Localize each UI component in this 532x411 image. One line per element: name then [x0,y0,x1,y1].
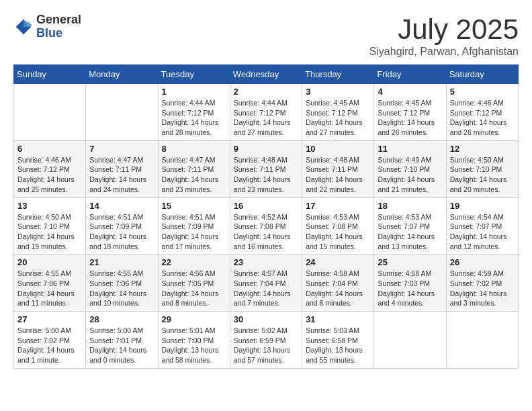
day-info: Sunrise: 5:01 AM Sunset: 7:00 PM Dayligh… [162,326,226,365]
day-number: 10 [306,144,370,154]
week-row-2: 6Sunrise: 4:46 AM Sunset: 7:12 PM Daylig… [14,140,519,197]
calendar-cell [86,84,158,141]
calendar-cell: 28Sunrise: 5:00 AM Sunset: 7:01 PM Dayli… [86,312,158,369]
day-number: 3 [306,87,370,97]
calendar-cell: 29Sunrise: 5:01 AM Sunset: 7:00 PM Dayli… [158,312,230,369]
calendar-cell: 23Sunrise: 4:57 AM Sunset: 7:04 PM Dayli… [230,255,302,312]
weekday-header-saturday: Saturday [446,65,518,84]
location-title: Siyahgird, Parwan, Afghanistan [369,46,519,58]
day-number: 23 [234,257,298,267]
day-info: Sunrise: 4:49 AM Sunset: 7:10 PM Dayligh… [378,155,442,195]
calendar-cell: 31Sunrise: 5:03 AM Sunset: 6:58 PM Dayli… [302,312,374,369]
calendar-cell [446,312,518,369]
day-info: Sunrise: 4:58 AM Sunset: 7:04 PM Dayligh… [306,269,370,308]
day-number: 15 [162,201,226,211]
day-number: 13 [17,201,82,211]
day-number: 27 [17,314,82,324]
day-number: 31 [306,314,370,324]
day-number: 22 [162,257,226,267]
day-info: Sunrise: 4:47 AM Sunset: 7:11 PM Dayligh… [162,155,226,195]
day-number: 25 [378,257,442,267]
week-row-3: 13Sunrise: 4:50 AM Sunset: 7:10 PM Dayli… [14,197,519,255]
day-info: Sunrise: 5:00 AM Sunset: 7:01 PM Dayligh… [89,326,154,365]
day-info: Sunrise: 5:02 AM Sunset: 6:59 PM Dayligh… [234,326,298,365]
calendar-cell: 30Sunrise: 5:02 AM Sunset: 6:59 PM Dayli… [230,312,302,369]
day-info: Sunrise: 4:55 AM Sunset: 7:06 PM Dayligh… [17,269,82,308]
day-info: Sunrise: 4:51 AM Sunset: 7:09 PM Dayligh… [162,212,226,252]
calendar-cell: 18Sunrise: 4:53 AM Sunset: 7:07 PM Dayli… [374,197,446,255]
day-info: Sunrise: 4:45 AM Sunset: 7:12 PM Dayligh… [378,98,442,138]
calendar-cell: 19Sunrise: 4:54 AM Sunset: 7:07 PM Dayli… [446,197,518,255]
day-info: Sunrise: 4:46 AM Sunset: 7:12 PM Dayligh… [17,155,82,195]
day-number: 9 [234,144,298,154]
day-number: 18 [378,201,442,211]
month-title: July 2025 [369,13,519,46]
weekday-header-tuesday: Tuesday [158,65,230,84]
calendar-cell: 7Sunrise: 4:47 AM Sunset: 7:11 PM Daylig… [86,140,158,197]
day-info: Sunrise: 4:51 AM Sunset: 7:09 PM Dayligh… [89,212,154,252]
day-info: Sunrise: 5:03 AM Sunset: 6:58 PM Dayligh… [306,326,370,365]
day-number: 16 [234,201,298,211]
day-info: Sunrise: 4:59 AM Sunset: 7:02 PM Dayligh… [450,269,515,308]
calendar-cell: 20Sunrise: 4:55 AM Sunset: 7:06 PM Dayli… [14,255,86,312]
calendar-cell: 22Sunrise: 4:56 AM Sunset: 7:05 PM Dayli… [158,255,230,312]
day-info: Sunrise: 4:54 AM Sunset: 7:07 PM Dayligh… [450,212,515,252]
calendar-cell: 17Sunrise: 4:53 AM Sunset: 7:08 PM Dayli… [302,197,374,255]
calendar-cell: 10Sunrise: 4:48 AM Sunset: 7:11 PM Dayli… [302,140,374,197]
day-info: Sunrise: 4:53 AM Sunset: 7:07 PM Dayligh… [378,212,442,252]
day-number: 4 [378,87,442,97]
day-number: 14 [89,201,154,211]
week-row-4: 20Sunrise: 4:55 AM Sunset: 7:06 PM Dayli… [14,255,519,312]
calendar-cell: 13Sunrise: 4:50 AM Sunset: 7:10 PM Dayli… [14,197,86,255]
calendar-cell: 9Sunrise: 4:48 AM Sunset: 7:11 PM Daylig… [230,140,302,197]
calendar-cell: 26Sunrise: 4:59 AM Sunset: 7:02 PM Dayli… [446,255,518,312]
day-info: Sunrise: 5:00 AM Sunset: 7:02 PM Dayligh… [17,326,82,365]
day-info: Sunrise: 4:57 AM Sunset: 7:04 PM Dayligh… [234,269,298,308]
calendar-cell: 25Sunrise: 4:58 AM Sunset: 7:03 PM Dayli… [374,255,446,312]
calendar-cell [14,84,86,141]
day-number: 19 [450,201,515,211]
day-number: 1 [162,87,226,97]
calendar-cell: 16Sunrise: 4:52 AM Sunset: 7:08 PM Dayli… [230,197,302,255]
day-number: 6 [17,144,82,154]
calendar-cell: 6Sunrise: 4:46 AM Sunset: 7:12 PM Daylig… [14,140,86,197]
logo-general-text: General [36,13,81,27]
day-info: Sunrise: 4:50 AM Sunset: 7:10 PM Dayligh… [17,212,82,252]
week-row-5: 27Sunrise: 5:00 AM Sunset: 7:02 PM Dayli… [14,312,519,369]
calendar-cell: 4Sunrise: 4:45 AM Sunset: 7:12 PM Daylig… [374,84,446,141]
day-info: Sunrise: 4:45 AM Sunset: 7:12 PM Dayligh… [306,98,370,138]
day-info: Sunrise: 4:52 AM Sunset: 7:08 PM Dayligh… [234,212,298,252]
calendar-cell: 15Sunrise: 4:51 AM Sunset: 7:09 PM Dayli… [158,197,230,255]
weekday-header-row: SundayMondayTuesdayWednesdayThursdayFrid… [14,65,519,84]
calendar-table: SundayMondayTuesdayWednesdayThursdayFrid… [13,64,519,369]
calendar-cell: 24Sunrise: 4:58 AM Sunset: 7:04 PM Dayli… [302,255,374,312]
weekday-header-thursday: Thursday [302,65,374,84]
calendar-cell: 5Sunrise: 4:46 AM Sunset: 7:12 PM Daylig… [446,84,518,141]
day-number: 26 [450,257,515,267]
page-header: General Blue July 2025 Siyahgird, Parwan… [13,13,519,58]
day-number: 11 [378,144,442,154]
calendar-cell: 3Sunrise: 4:45 AM Sunset: 7:12 PM Daylig… [302,84,374,141]
day-number: 21 [89,257,154,267]
logo-icon [13,17,34,37]
day-number: 12 [450,144,515,154]
svg-marker-2 [28,21,33,26]
day-info: Sunrise: 4:56 AM Sunset: 7:05 PM Dayligh… [162,269,226,308]
logo: General Blue [13,13,81,40]
weekday-header-friday: Friday [374,65,446,84]
day-number: 5 [450,87,515,97]
title-block: July 2025 Siyahgird, Parwan, Afghanistan [369,13,519,58]
day-number: 29 [162,314,226,324]
day-info: Sunrise: 4:48 AM Sunset: 7:11 PM Dayligh… [306,155,370,195]
calendar-cell: 12Sunrise: 4:50 AM Sunset: 7:10 PM Dayli… [446,140,518,197]
day-info: Sunrise: 4:44 AM Sunset: 7:12 PM Dayligh… [162,98,226,138]
weekday-header-wednesday: Wednesday [230,65,302,84]
day-info: Sunrise: 4:46 AM Sunset: 7:12 PM Dayligh… [450,98,515,138]
calendar-cell: 8Sunrise: 4:47 AM Sunset: 7:11 PM Daylig… [158,140,230,197]
day-info: Sunrise: 4:48 AM Sunset: 7:11 PM Dayligh… [234,155,298,195]
logo-blue-text: Blue [36,27,81,40]
day-number: 2 [234,87,298,97]
day-number: 30 [234,314,298,324]
day-info: Sunrise: 4:53 AM Sunset: 7:08 PM Dayligh… [306,212,370,252]
calendar-cell: 2Sunrise: 4:44 AM Sunset: 7:12 PM Daylig… [230,84,302,141]
